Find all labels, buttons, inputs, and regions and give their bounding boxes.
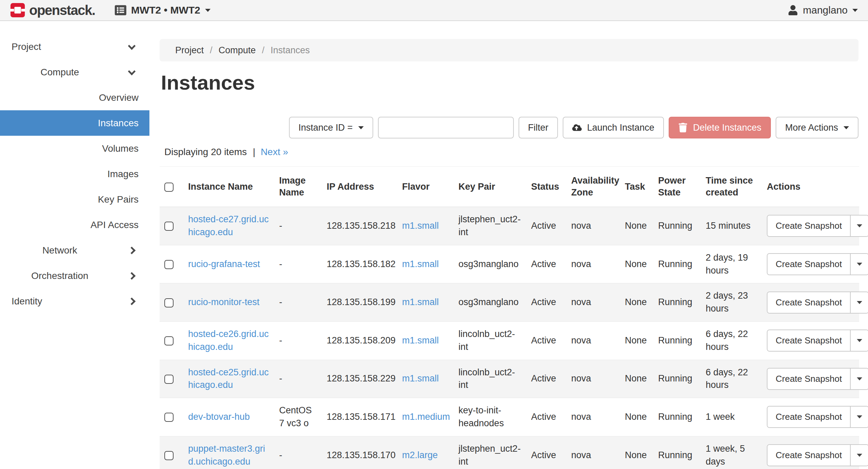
instance-name-link[interactable]: rucio-monitor-test — [188, 297, 259, 307]
sidebar-item-api-access[interactable]: API Access — [0, 212, 149, 238]
instances-table-body: hosted-ce27.grid.uchicago.edu - 128.135.… — [160, 207, 859, 469]
more-actions-button[interactable]: More Actions — [776, 117, 858, 138]
sidebar-item-orchestration[interactable]: Orchestration — [0, 263, 149, 288]
column-header-image-name: Image Name — [274, 167, 322, 207]
row-checkbox[interactable] — [164, 336, 174, 345]
row-actions-dropdown-toggle[interactable] — [850, 369, 868, 389]
sidebar-item-volumes[interactable]: Volumes — [0, 136, 149, 161]
sidebar-item-overview[interactable]: Overview — [0, 85, 149, 110]
sidebar-item-label: Identity — [12, 296, 42, 307]
filter-field-dropdown[interactable]: Instance ID = — [289, 117, 373, 138]
create-snapshot-button[interactable]: Create Snapshot — [767, 254, 850, 275]
image-name-cell: - — [274, 321, 322, 360]
delete-instances-button[interactable]: Delete Instances — [669, 117, 771, 138]
flavor-link[interactable]: m1.small — [402, 373, 439, 383]
row-actions-dropdown-toggle[interactable] — [850, 445, 868, 466]
ip-address-cell: 128.135.158.229 — [322, 360, 397, 398]
openstack-brand[interactable]: openstack. — [10, 3, 95, 18]
task-cell: None — [620, 283, 653, 322]
chevron-down-icon — [205, 9, 211, 12]
chevron-down-icon — [844, 126, 849, 129]
ip-address-cell: 128.135.158.182 — [322, 245, 397, 283]
availability-zone-cell: nova — [566, 398, 620, 436]
filter-field-label: Instance ID = — [299, 123, 353, 133]
sidebar-item-identity[interactable]: Identity — [0, 288, 149, 314]
image-name-cell: CentOS 7 vc3 o — [274, 398, 322, 436]
instance-name-link[interactable]: hosted-ce27.grid.uchicago.edu — [188, 214, 269, 237]
flavor-link[interactable]: m1.small — [402, 297, 439, 307]
select-all-checkbox[interactable] — [164, 183, 174, 192]
chevron-down-icon — [857, 377, 862, 380]
sidebar-item-network[interactable]: Network — [0, 238, 149, 263]
create-snapshot-button[interactable]: Create Snapshot — [767, 407, 850, 427]
sidebar-item-label: Orchestration — [31, 270, 88, 281]
create-snapshot-button[interactable]: Create Snapshot — [767, 445, 850, 466]
time-since-created-cell: 1 week, 5 days — [701, 436, 762, 469]
sidebar-item-images[interactable]: Images — [0, 161, 149, 187]
instance-name-link[interactable]: dev-btovar-hub — [188, 412, 250, 422]
flavor-link[interactable]: m1.small — [402, 259, 439, 269]
key-pair-cell: jlstephen_uct2-int — [454, 207, 526, 245]
sidebar-item-compute[interactable]: Compute — [0, 59, 149, 85]
row-checkbox[interactable] — [164, 413, 174, 422]
sidebar-item-label: Images — [107, 169, 139, 180]
row-actions-dropdown-toggle[interactable] — [850, 254, 868, 275]
task-cell: None — [620, 245, 653, 283]
flavor-link[interactable]: m1.small — [402, 221, 439, 231]
sidebar-item-project[interactable]: Project — [0, 34, 149, 59]
flavor-link[interactable]: m2.large — [402, 450, 438, 460]
sidebar-item-key-pairs[interactable]: Key Pairs — [0, 187, 149, 212]
status-cell: Active — [526, 207, 566, 245]
create-snapshot-button[interactable]: Create Snapshot — [767, 215, 850, 236]
page-title: Instances — [161, 71, 858, 94]
instance-name-link[interactable]: hosted-ce26.grid.uchicago.edu — [188, 329, 269, 352]
column-header-instance-name: Instance Name — [183, 167, 274, 207]
brand-text: openstack. — [29, 3, 95, 18]
key-pair-cell: osg3manglano — [454, 245, 526, 283]
next-page-link[interactable]: Next » — [261, 147, 288, 157]
instances-table: Instance Name Image Name IP Address Flav… — [160, 166, 859, 469]
filter-button[interactable]: Filter — [519, 117, 558, 138]
row-actions-dropdown-toggle[interactable] — [850, 330, 868, 351]
row-actions-dropdown-toggle[interactable] — [850, 215, 868, 236]
filter-search-input[interactable] — [378, 117, 514, 138]
more-actions-label: More Actions — [785, 123, 838, 133]
row-checkbox[interactable] — [164, 375, 174, 384]
instance-name-link[interactable]: rucio-grafana-test — [188, 259, 260, 269]
list-alt-icon — [115, 4, 126, 16]
pagination-separator: | — [253, 147, 255, 157]
items-count: Displaying 20 items — [164, 147, 247, 157]
sidebar-item-label: Compute — [40, 67, 79, 78]
row-checkbox[interactable] — [164, 298, 174, 307]
instance-name-link[interactable]: puppet-master3.grid.uchicago.edu — [188, 444, 265, 467]
create-snapshot-button[interactable]: Create Snapshot — [767, 369, 850, 389]
create-snapshot-button[interactable]: Create Snapshot — [767, 330, 850, 351]
chevron-down-icon — [857, 263, 862, 266]
flavor-link[interactable]: m1.small — [402, 335, 439, 345]
row-actions-dropdown-toggle[interactable] — [850, 292, 868, 313]
ip-address-cell: 128.135.158.170 — [322, 436, 397, 469]
project-context-switcher[interactable]: MWT2 • MWT2 — [115, 4, 211, 16]
create-snapshot-button[interactable]: Create Snapshot — [767, 292, 850, 313]
filter-button-label: Filter — [528, 123, 548, 133]
key-pair-cell: osg3manglano — [454, 283, 526, 322]
column-header-actions: Actions — [762, 167, 859, 207]
launch-instance-button[interactable]: Launch Instance — [563, 117, 664, 138]
row-checkbox[interactable] — [164, 222, 174, 231]
image-name-cell: - — [274, 207, 322, 245]
user-menu[interactable]: manglano — [788, 4, 858, 16]
row-checkbox[interactable] — [164, 451, 174, 460]
sidebar-item-instances[interactable]: Instances — [0, 110, 149, 136]
username: manglano — [803, 4, 848, 16]
row-checkbox[interactable] — [164, 260, 174, 269]
sidebar-item-label: Project — [12, 41, 41, 52]
flavor-link[interactable]: m1.medium — [402, 412, 450, 422]
status-cell: Active — [526, 283, 566, 322]
row-actions-dropdown-toggle[interactable] — [850, 407, 868, 427]
table-row: hosted-ce25.grid.uchicago.edu - 128.135.… — [160, 360, 859, 398]
main-content: Project / Compute / Instances Instances … — [149, 21, 868, 468]
table-row: rucio-grafana-test - 128.135.158.182 m1.… — [160, 245, 859, 283]
chevron-down-icon — [857, 224, 862, 227]
instance-name-link[interactable]: hosted-ce25.grid.uchicago.edu — [188, 367, 269, 390]
task-cell: None — [620, 436, 653, 469]
